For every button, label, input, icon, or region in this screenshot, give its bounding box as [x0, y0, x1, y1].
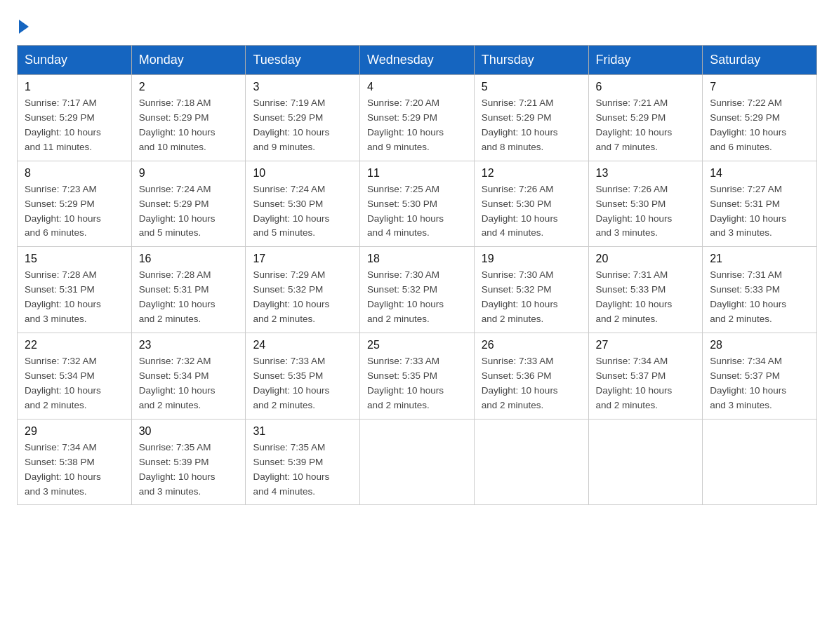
day-number: 26 — [482, 339, 581, 351]
calendar-cell: 27Sunrise: 7:34 AMSunset: 5:37 PMDayligh… — [588, 333, 703, 420]
header-sunday: Sunday — [18, 46, 132, 75]
day-number: 24 — [253, 339, 352, 351]
calendar-cell: 11Sunrise: 7:25 AMSunset: 5:30 PMDayligh… — [360, 161, 475, 247]
day-info: Sunrise: 7:23 AMSunset: 5:29 PMDaylight:… — [25, 184, 101, 239]
calendar-cell: 16Sunrise: 7:28 AMSunset: 5:31 PMDayligh… — [131, 247, 246, 333]
calendar-cell: 6Sunrise: 7:21 AMSunset: 5:29 PMDaylight… — [588, 75, 703, 161]
day-number: 30 — [139, 425, 239, 438]
calendar-cell — [703, 419, 817, 505]
calendar-cell: 25Sunrise: 7:33 AMSunset: 5:35 PMDayligh… — [360, 333, 475, 420]
day-number: 3 — [253, 81, 352, 93]
day-number: 5 — [482, 81, 581, 93]
day-number: 31 — [253, 425, 352, 438]
day-number: 18 — [367, 253, 467, 265]
day-info: Sunrise: 7:28 AMSunset: 5:31 PMDaylight:… — [25, 269, 101, 324]
calendar-cell: 21Sunrise: 7:31 AMSunset: 5:33 PMDayligh… — [703, 247, 817, 333]
calendar-cell: 18Sunrise: 7:30 AMSunset: 5:32 PMDayligh… — [360, 247, 475, 333]
day-info: Sunrise: 7:27 AMSunset: 5:31 PMDaylight:… — [710, 184, 786, 239]
calendar-cell: 29Sunrise: 7:34 AMSunset: 5:38 PMDayligh… — [18, 419, 132, 505]
calendar-cell: 30Sunrise: 7:35 AMSunset: 5:39 PMDayligh… — [131, 419, 246, 505]
day-info: Sunrise: 7:28 AMSunset: 5:31 PMDaylight:… — [139, 269, 216, 324]
calendar-cell: 19Sunrise: 7:30 AMSunset: 5:32 PMDayligh… — [474, 247, 588, 333]
header-thursday: Thursday — [474, 46, 588, 75]
calendar-cell: 10Sunrise: 7:24 AMSunset: 5:30 PMDayligh… — [246, 161, 360, 247]
calendar-cell: 12Sunrise: 7:26 AMSunset: 5:30 PMDayligh… — [474, 161, 588, 247]
week-row-3: 15Sunrise: 7:28 AMSunset: 5:31 PMDayligh… — [18, 247, 817, 333]
header-monday: Monday — [131, 46, 246, 75]
day-info: Sunrise: 7:29 AMSunset: 5:32 PMDaylight:… — [253, 269, 329, 324]
day-info: Sunrise: 7:24 AMSunset: 5:30 PMDaylight:… — [253, 184, 329, 239]
day-info: Sunrise: 7:34 AMSunset: 5:38 PMDaylight:… — [25, 442, 101, 497]
day-info: Sunrise: 7:32 AMSunset: 5:34 PMDaylight:… — [139, 356, 216, 410]
header-friday: Friday — [588, 46, 703, 75]
day-info: Sunrise: 7:35 AMSunset: 5:39 PMDaylight:… — [253, 442, 329, 497]
day-info: Sunrise: 7:26 AMSunset: 5:30 PMDaylight:… — [596, 184, 673, 239]
calendar-cell: 28Sunrise: 7:34 AMSunset: 5:37 PMDayligh… — [703, 333, 817, 420]
calendar-cell: 2Sunrise: 7:18 AMSunset: 5:29 PMDaylight… — [131, 75, 246, 161]
day-info: Sunrise: 7:21 AMSunset: 5:29 PMDaylight:… — [596, 98, 673, 152]
day-number: 13 — [596, 167, 696, 180]
calendar-cell: 1Sunrise: 7:17 AMSunset: 5:29 PMDaylight… — [18, 75, 132, 161]
header-wednesday: Wednesday — [360, 46, 475, 75]
calendar-header-row: SundayMondayTuesdayWednesdayThursdayFrid… — [18, 46, 817, 75]
week-row-5: 29Sunrise: 7:34 AMSunset: 5:38 PMDayligh… — [18, 419, 817, 505]
day-number: 20 — [596, 253, 696, 265]
calendar-cell: 9Sunrise: 7:24 AMSunset: 5:29 PMDaylight… — [131, 161, 246, 247]
calendar-cell: 22Sunrise: 7:32 AMSunset: 5:34 PMDayligh… — [18, 333, 132, 420]
day-info: Sunrise: 7:17 AMSunset: 5:29 PMDaylight:… — [25, 98, 101, 152]
day-number: 17 — [253, 253, 352, 265]
day-number: 25 — [367, 339, 467, 351]
day-number: 27 — [596, 339, 696, 351]
week-row-2: 8Sunrise: 7:23 AMSunset: 5:29 PMDaylight… — [18, 161, 817, 247]
day-info: Sunrise: 7:33 AMSunset: 5:35 PMDaylight:… — [253, 356, 329, 410]
day-number: 11 — [367, 167, 467, 180]
day-info: Sunrise: 7:32 AMSunset: 5:34 PMDaylight:… — [25, 356, 101, 410]
day-info: Sunrise: 7:18 AMSunset: 5:29 PMDaylight:… — [139, 98, 216, 152]
day-info: Sunrise: 7:25 AMSunset: 5:30 PMDaylight:… — [367, 184, 444, 239]
day-number: 28 — [710, 339, 809, 351]
day-number: 22 — [25, 339, 124, 351]
day-number: 21 — [710, 253, 809, 265]
day-number: 19 — [482, 253, 581, 265]
calendar-cell: 14Sunrise: 7:27 AMSunset: 5:31 PMDayligh… — [703, 161, 817, 247]
week-row-4: 22Sunrise: 7:32 AMSunset: 5:34 PMDayligh… — [18, 333, 817, 420]
calendar-cell: 20Sunrise: 7:31 AMSunset: 5:33 PMDayligh… — [588, 247, 703, 333]
calendar-cell: 5Sunrise: 7:21 AMSunset: 5:29 PMDaylight… — [474, 75, 588, 161]
day-number: 7 — [710, 81, 809, 93]
day-info: Sunrise: 7:26 AMSunset: 5:30 PMDaylight:… — [482, 184, 558, 239]
day-number: 10 — [253, 167, 352, 180]
calendar-cell: 8Sunrise: 7:23 AMSunset: 5:29 PMDaylight… — [18, 161, 132, 247]
header-saturday: Saturday — [703, 46, 817, 75]
day-number: 4 — [367, 81, 467, 93]
day-number: 6 — [596, 81, 696, 93]
calendar-cell: 26Sunrise: 7:33 AMSunset: 5:36 PMDayligh… — [474, 333, 588, 420]
logo — [17, 17, 29, 31]
day-info: Sunrise: 7:33 AMSunset: 5:35 PMDaylight:… — [367, 356, 444, 410]
page-header — [17, 17, 817, 31]
day-info: Sunrise: 7:30 AMSunset: 5:32 PMDaylight:… — [482, 269, 558, 324]
calendar-cell: 7Sunrise: 7:22 AMSunset: 5:29 PMDaylight… — [703, 75, 817, 161]
week-row-1: 1Sunrise: 7:17 AMSunset: 5:29 PMDaylight… — [18, 75, 817, 161]
day-number: 14 — [710, 167, 809, 180]
calendar-cell: 17Sunrise: 7:29 AMSunset: 5:32 PMDayligh… — [246, 247, 360, 333]
calendar-cell: 15Sunrise: 7:28 AMSunset: 5:31 PMDayligh… — [18, 247, 132, 333]
day-info: Sunrise: 7:21 AMSunset: 5:29 PMDaylight:… — [482, 98, 558, 152]
header-tuesday: Tuesday — [246, 46, 360, 75]
calendar-cell: 13Sunrise: 7:26 AMSunset: 5:30 PMDayligh… — [588, 161, 703, 247]
day-number: 12 — [482, 167, 581, 180]
day-info: Sunrise: 7:19 AMSunset: 5:29 PMDaylight:… — [253, 98, 329, 152]
day-info: Sunrise: 7:35 AMSunset: 5:39 PMDaylight:… — [139, 442, 216, 497]
calendar-cell: 31Sunrise: 7:35 AMSunset: 5:39 PMDayligh… — [246, 419, 360, 505]
day-number: 1 — [25, 81, 124, 93]
day-number: 15 — [25, 253, 124, 265]
day-info: Sunrise: 7:22 AMSunset: 5:29 PMDaylight:… — [710, 98, 786, 152]
day-info: Sunrise: 7:31 AMSunset: 5:33 PMDaylight:… — [596, 269, 673, 324]
day-info: Sunrise: 7:33 AMSunset: 5:36 PMDaylight:… — [482, 356, 558, 410]
day-info: Sunrise: 7:34 AMSunset: 5:37 PMDaylight:… — [596, 356, 673, 410]
calendar-table: SundayMondayTuesdayWednesdayThursdayFrid… — [17, 45, 817, 505]
calendar-cell — [474, 419, 588, 505]
day-number: 2 — [139, 81, 239, 93]
day-number: 23 — [139, 339, 239, 351]
day-info: Sunrise: 7:20 AMSunset: 5:29 PMDaylight:… — [367, 98, 444, 152]
calendar-cell: 23Sunrise: 7:32 AMSunset: 5:34 PMDayligh… — [131, 333, 246, 420]
